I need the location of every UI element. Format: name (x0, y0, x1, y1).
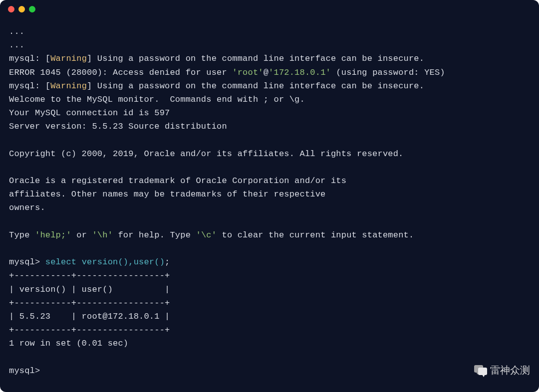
text: ] Using a password on the command line i… (87, 54, 424, 63)
text: mysql: [ (9, 81, 50, 91)
warning-label: Warning (50, 54, 87, 63)
output-line: Server version: 5.5.23 Source distributi… (9, 122, 227, 131)
text: @ (264, 68, 269, 77)
terminal-output[interactable]: ... ... mysql: [Warning] Using a passwor… (0, 18, 539, 387)
watermark: 雷神众测 (474, 364, 530, 377)
output-line: Welcome to the MySQL monitor. Commands e… (9, 95, 305, 104)
text: ; (165, 257, 170, 267)
terminal-window: ... ... mysql: [Warning] Using a passwor… (0, 0, 539, 392)
output-line: ERROR 1045 (28000): Access denied for us… (9, 68, 445, 77)
text: for help. Type (113, 230, 196, 240)
maximize-icon[interactable] (29, 6, 35, 12)
prompt: mysql> (9, 366, 40, 376)
string-literal: '\c' (196, 230, 217, 240)
sql-keyword: select (45, 257, 76, 267)
text: or (71, 230, 92, 240)
string-literal: '\h' (92, 230, 113, 240)
wechat-icon (474, 365, 487, 376)
text: ] Using a password on the command line i… (87, 81, 424, 91)
output-line: mysql: [Warning] Using a password on the… (9, 81, 424, 91)
text: to clear the current input statement. (217, 230, 414, 240)
output-line: Your MySQL connection id is 597 (9, 108, 170, 118)
close-icon[interactable] (8, 6, 14, 12)
text: (using password: YES) (331, 68, 445, 77)
table-border: +-----------+-----------------+ (9, 298, 170, 308)
warning-label: Warning (50, 81, 87, 91)
string-literal: 'help;' (35, 230, 71, 240)
output-line: Type 'help;' or '\h' for help. Type '\c'… (9, 230, 414, 240)
output-line: mysql: [Warning] Using a password on the… (9, 54, 424, 63)
prompt: mysql> (9, 257, 45, 267)
text: mysql: [ (9, 54, 50, 63)
output-line: Copyright (c) 2000, 2019, Oracle and/or … (9, 149, 404, 159)
text (76, 257, 81, 267)
text: Type (9, 230, 35, 240)
table-row: | 5.5.23 | root@172.18.0.1 | (9, 312, 170, 321)
title-bar (0, 0, 539, 18)
output-line: owners. (9, 203, 45, 212)
output-line: ... (9, 27, 24, 36)
text: ERROR 1045 (28000): Access denied for us… (9, 68, 232, 77)
table-border: +-----------+-----------------+ (9, 271, 170, 280)
output-line: ... (9, 40, 24, 50)
output-line: Oracle is a registered trademark of Orac… (9, 176, 346, 186)
table-header: | version() | user() | (9, 285, 170, 294)
result-summary: 1 row in set (0.01 sec) (9, 339, 128, 348)
prompt-line: mysql> select version(),user(); (9, 257, 170, 267)
watermark-text: 雷神众测 (490, 364, 530, 377)
host-literal: '172.18.0.1' (269, 68, 331, 77)
output-line: affiliates. Other names may be trademark… (9, 190, 326, 199)
table-border: +-----------+-----------------+ (9, 325, 170, 335)
sql-function: version(),user() (82, 257, 165, 267)
user-literal: 'root' (232, 68, 263, 77)
minimize-icon[interactable] (18, 6, 25, 12)
